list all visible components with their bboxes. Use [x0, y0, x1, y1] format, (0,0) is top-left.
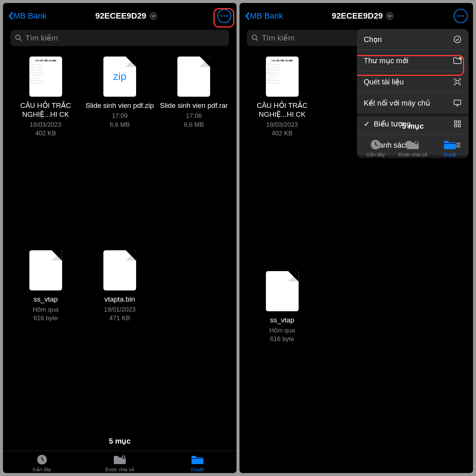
menu-connect-server[interactable]: Kết nối với máy chủ — [357, 93, 469, 113]
clock-icon — [35, 453, 49, 466]
tab-shared[interactable]: Được chia sẻ — [81, 453, 158, 472]
file-item[interactable]: vtapta.bin 19/01/2023 471 KB — [84, 250, 155, 428]
chevron-left-icon — [8, 12, 13, 20]
svg-point-6 — [454, 36, 461, 43]
more-button[interactable] — [217, 9, 231, 23]
svg-rect-4 — [192, 458, 203, 459]
svg-rect-11 — [458, 121, 460, 123]
page-title[interactable]: 92ECEE9D29 — [38, 11, 214, 21]
tab-bar: Gần đây Được chia sẻ Duyệt — [357, 136, 469, 158]
file-doc-icon: CÂU HỎI TRẮC NGHIỆM 1. ____________2. __… — [266, 57, 299, 97]
file-zip-icon: zip — [103, 57, 136, 97]
phone-right: MB Bank 92ECEE9D29 Tìm kiếm CÂU HỎI TRẮC… — [239, 3, 473, 473]
folder-plus-icon — [453, 56, 462, 65]
chevron-left-icon — [245, 12, 250, 20]
svg-point-5 — [252, 35, 257, 39]
chevron-down-icon — [149, 12, 157, 20]
more-icon — [221, 15, 228, 17]
svg-rect-9 — [454, 100, 461, 104]
header: MB Bank 92ECEE9D29 — [3, 3, 237, 27]
more-button[interactable] — [454, 9, 468, 23]
folder-icon — [191, 453, 204, 466]
tab-shared[interactable]: Được chia sẻ — [394, 138, 431, 157]
scan-icon — [453, 77, 462, 86]
monitor-icon — [453, 99, 462, 107]
tab-recent[interactable]: Gần đây — [357, 138, 394, 157]
search-icon — [15, 34, 22, 42]
svg-point-3 — [123, 456, 124, 457]
check-icon: ✓ — [364, 119, 370, 128]
grid-icon — [453, 119, 462, 128]
menu-scan[interactable]: Quét tài liệu — [357, 71, 469, 93]
svg-rect-20 — [444, 143, 456, 144]
tab-recent[interactable]: Gần đây — [3, 453, 81, 472]
context-menu: Chọn Thư mục mới Quét tài liệu Kết nối v… — [357, 29, 469, 158]
svg-point-0 — [16, 35, 20, 39]
more-icon — [457, 15, 464, 17]
menu-select[interactable]: Chọn — [357, 29, 469, 50]
folder-shared-icon — [113, 453, 126, 466]
svg-rect-13 — [458, 125, 460, 127]
page-title[interactable]: 92ECEE9D29 — [275, 11, 451, 21]
clock-icon — [369, 138, 382, 151]
search-icon — [251, 34, 259, 42]
file-item[interactable]: zip Slide sinh vien pdf.zip 17:09 6,6 MB — [84, 57, 155, 243]
search-placeholder: Tìm kiếm — [25, 33, 58, 42]
file-blank-icon — [266, 271, 299, 311]
file-item[interactable]: ss_vtap Hôm qua 616 byte — [10, 250, 81, 428]
chevron-down-icon — [386, 12, 394, 20]
search-input[interactable]: Tìm kiếm — [10, 30, 229, 46]
file-item[interactable]: ss_vtap Hôm qua 616 byte — [247, 271, 317, 469]
check-circle-icon — [453, 35, 462, 44]
menu-new-folder[interactable]: Thư mục mới — [357, 50, 469, 71]
header: MB Bank 92ECEE9D29 — [239, 3, 473, 27]
search-placeholder: Tìm kiếm — [262, 33, 295, 42]
svg-rect-10 — [454, 121, 457, 123]
file-item[interactable]: CÂU HỎI TRẮC NGHIỆM 1. ____________2. __… — [247, 57, 317, 264]
tab-browse[interactable]: Duyệt — [159, 453, 237, 472]
file-doc-icon: CÂU HỎI TRẮC NGHIỆM 1. ____________2. __… — [29, 57, 62, 97]
file-blank-icon — [29, 250, 62, 290]
folder-shared-icon — [406, 138, 419, 151]
file-blank-icon — [103, 250, 136, 290]
tab-browse[interactable]: Duyệt — [431, 138, 469, 157]
item-count: 5 mục — [3, 431, 237, 451]
svg-rect-8 — [456, 80, 459, 83]
folder-icon — [443, 138, 457, 151]
tab-bar: Gần đây Được chia sẻ Duyệt — [3, 451, 237, 473]
file-item[interactable]: Slide sinh vien pdf.rar 17:06 6,6 MB — [159, 57, 229, 243]
file-blank-icon — [177, 57, 210, 97]
phone-left: MB Bank 92ECEE9D29 Tìm kiếm CÂU HỎI TRẮC… — [3, 3, 237, 473]
files-grid: CÂU HỎI TRẮC NGHIỆM 1. ____________2. __… — [3, 53, 237, 431]
file-item[interactable]: CÂU HỎI TRẮC NGHIỆM 1. ____________2. __… — [10, 57, 81, 243]
svg-point-19 — [416, 141, 417, 142]
svg-rect-12 — [454, 125, 457, 127]
